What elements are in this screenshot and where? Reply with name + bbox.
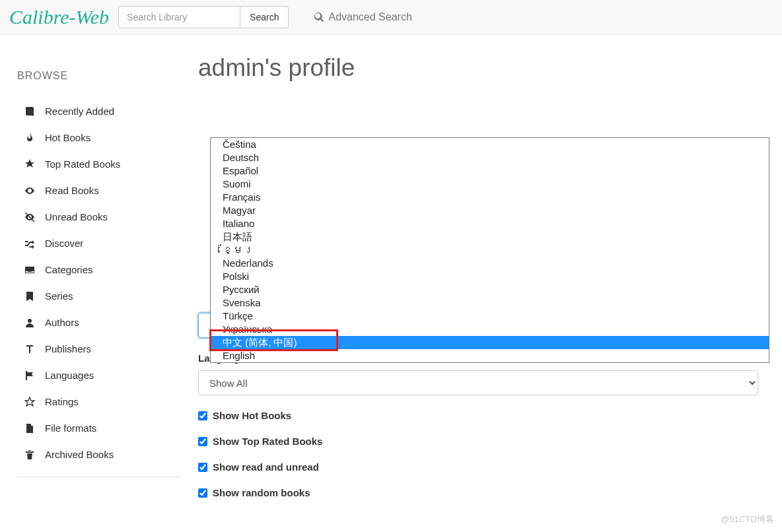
language-listbox[interactable]: ČeštinaDeutschEspañolSuomiFrançaisMagyar… xyxy=(210,137,769,363)
language-option[interactable]: English xyxy=(211,349,769,362)
sidebar-item-star[interactable]: Top Rated Books xyxy=(17,150,181,177)
search-button[interactable]: Search xyxy=(240,6,289,28)
sidebar-item-book[interactable]: Recently Added xyxy=(17,98,181,124)
search-icon xyxy=(314,12,324,22)
language-option[interactable]: Türkçe xyxy=(211,310,769,323)
checkbox-label: Show random books xyxy=(213,487,310,498)
star-icon xyxy=(24,158,36,170)
checkbox-row: Show random books xyxy=(198,487,782,498)
language-option[interactable]: Nederlands xyxy=(211,257,769,270)
advanced-search-link[interactable]: Advanced Search xyxy=(314,11,411,23)
checkbox-3[interactable] xyxy=(198,488,207,498)
advanced-search-label: Advanced Search xyxy=(328,11,411,23)
language-option[interactable]: Español xyxy=(211,164,769,178)
sidebar-item-label: Unread Books xyxy=(45,211,108,222)
sidebar-item-label: Recently Added xyxy=(45,106,114,117)
language-option[interactable]: 中文 (简体, 中国) xyxy=(211,336,769,349)
checkbox-row: Show read and unread xyxy=(198,461,782,473)
sidebar-item-label: File formats xyxy=(45,422,96,434)
eye-slash-icon xyxy=(24,211,36,222)
user-icon xyxy=(24,316,36,328)
sidebar-item-eye[interactable]: Read Books xyxy=(17,177,181,203)
sidebar-item-font[interactable]: Publishers xyxy=(17,335,181,362)
language-option[interactable]: ខ្មែរ xyxy=(211,244,769,257)
checkbox-label: Show Hot Books xyxy=(213,410,291,421)
trash-icon xyxy=(24,448,36,460)
navbar: Calibre-Web Search Advanced Search xyxy=(0,0,782,34)
page-title: admin's profile xyxy=(198,54,782,82)
eye-icon xyxy=(24,184,36,196)
sidebar-item-label: Hot Books xyxy=(45,132,90,143)
star-open-icon xyxy=(24,395,36,407)
language-of-books-select[interactable]: Show All xyxy=(198,370,758,395)
sidebar-item-label: Languages xyxy=(45,370,94,381)
main-content: admin's profile ČeštinaDeutschEspañolSuo… xyxy=(198,34,782,498)
sidebar-item-inbox[interactable]: Categories xyxy=(17,256,181,283)
checkbox-2[interactable] xyxy=(198,463,207,472)
language-option[interactable]: Français xyxy=(211,191,769,204)
language-option[interactable]: Русский xyxy=(211,283,769,296)
checkbox-0[interactable] xyxy=(198,411,207,420)
language-option[interactable]: Čeština xyxy=(211,138,769,151)
search-group: Search xyxy=(118,6,289,28)
random-icon xyxy=(24,237,36,249)
sidebar-heading: BROWSE xyxy=(17,70,181,82)
sidebar-item-label: Archived Books xyxy=(45,449,114,460)
search-input[interactable] xyxy=(118,6,240,28)
inbox-icon xyxy=(24,263,36,275)
checkbox-label: Show Top Rated Books xyxy=(213,436,322,447)
sidebar-item-trash[interactable]: Archived Books xyxy=(17,441,181,467)
app-logo: Calibre-Web xyxy=(9,6,109,28)
sidebar-item-user[interactable]: Authors xyxy=(17,309,181,335)
sidebar: BROWSE Recently AddedHot BooksTop Rated … xyxy=(0,34,198,498)
checkbox-1[interactable] xyxy=(198,437,207,446)
sidebar-divider xyxy=(17,477,181,477)
file-icon xyxy=(24,422,36,434)
flag-icon xyxy=(24,369,36,381)
sidebar-item-label: Authors xyxy=(45,317,79,328)
checkbox-row: Show Hot Books xyxy=(198,410,782,421)
sidebar-item-label: Top Rated Books xyxy=(45,158,120,170)
checkbox-row: Show Top Rated Books xyxy=(198,436,782,447)
watermark: @51CTO博客 xyxy=(721,514,774,525)
sidebar-item-fire[interactable]: Hot Books xyxy=(17,124,181,150)
language-option[interactable]: Українська xyxy=(211,323,769,336)
sidebar-item-label: Categories xyxy=(45,264,93,275)
language-option[interactable]: Magyar xyxy=(211,204,769,217)
book-icon xyxy=(24,105,36,117)
fire-icon xyxy=(24,131,36,143)
nav-list: Recently AddedHot BooksTop Rated BooksRe… xyxy=(17,98,181,467)
language-option[interactable]: Suomi xyxy=(211,178,769,191)
checkbox-label: Show read and unread xyxy=(213,461,319,473)
language-option[interactable]: Deutsch xyxy=(211,151,769,164)
language-option[interactable]: Italiano xyxy=(211,217,769,230)
sidebar-item-bookmark[interactable]: Series xyxy=(17,283,181,309)
sidebar-item-label: Read Books xyxy=(45,185,99,196)
sidebar-item-label: Publishers xyxy=(45,343,91,354)
sidebar-item-label: Ratings xyxy=(45,396,79,407)
sidebar-item-flag[interactable]: Languages xyxy=(17,362,181,388)
sidebar-item-file[interactable]: File formats xyxy=(17,415,181,441)
language-option[interactable]: Svenska xyxy=(211,296,769,310)
sidebar-item-label: Series xyxy=(45,290,73,302)
sidebar-item-random[interactable]: Discover xyxy=(17,230,181,256)
language-option[interactable]: 日本語 xyxy=(211,230,769,244)
sidebar-item-eye-slash[interactable]: Unread Books xyxy=(17,203,181,230)
font-icon xyxy=(24,343,36,354)
sidebar-item-label: Discover xyxy=(45,238,83,249)
bookmark-icon xyxy=(24,290,36,302)
language-option[interactable]: Polski xyxy=(211,270,769,283)
sidebar-item-star-open[interactable]: Ratings xyxy=(17,388,181,415)
